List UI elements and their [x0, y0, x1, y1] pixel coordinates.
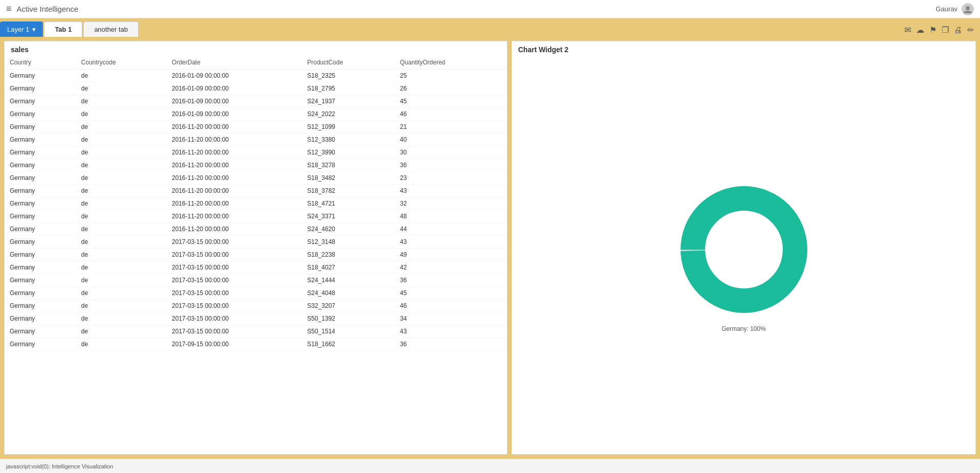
table-cell: de [76, 210, 167, 223]
table-cell: 2016-11-20 00:00:00 [167, 121, 302, 133]
table-cell: 46 [395, 108, 507, 121]
table-body: Germanyde2016-01-09 00:00:00S18_232525Ge… [5, 70, 507, 351]
table-row: Germanyde2016-11-20 00:00:00S24_462044 [5, 223, 507, 236]
table-cell: S18_4721 [302, 197, 395, 210]
table-row: Germanyde2017-03-15 00:00:00S24_144436 [5, 274, 507, 287]
table-row: Germanyde2016-01-09 00:00:00S18_279526 [5, 82, 507, 95]
user-avatar[interactable] [962, 3, 974, 15]
table-cell: Germany [5, 338, 76, 351]
table-cell: S24_4620 [302, 223, 395, 236]
table-row: Germanyde2016-11-20 00:00:00S24_337148 [5, 210, 507, 223]
table-row: Germanyde2016-11-20 00:00:00S18_348223 [5, 172, 507, 185]
table-cell: 25 [395, 70, 507, 82]
table-cell: S24_3371 [302, 210, 395, 223]
col-orderdate: OrderDate [167, 56, 302, 70]
table-cell: 2017-03-15 00:00:00 [167, 287, 302, 300]
table-cell: S24_2022 [302, 108, 395, 121]
table-cell: 2017-09-15 00:00:00 [167, 338, 302, 351]
table-cell: de [76, 108, 167, 121]
table-row: Germanyde2016-11-20 00:00:00S12_399030 [5, 146, 507, 159]
table-row: Germanyde2017-03-15 00:00:00S18_223849 [5, 249, 507, 261]
hamburger-icon[interactable]: ≡ [6, 4, 12, 14]
table-container[interactable]: Country Countrycode OrderDate ProductCod… [5, 56, 507, 454]
donut-chart [672, 178, 815, 321]
copy-icon[interactable]: ❐ [942, 25, 949, 35]
layer-button[interactable]: Layer 1 ▾ [0, 21, 43, 37]
table-cell: Germany [5, 70, 76, 82]
col-country: Country [5, 56, 76, 70]
table-cell: 2016-11-20 00:00:00 [167, 223, 302, 236]
table-cell: S18_3782 [302, 185, 395, 197]
table-cell: S18_2325 [302, 70, 395, 82]
table-widget: sales Country Countrycode OrderDate Prod… [4, 41, 507, 455]
table-cell: de [76, 249, 167, 261]
table-cell: Germany [5, 274, 76, 287]
table-cell: S24_1937 [302, 95, 395, 108]
table-row: Germanyde2017-03-15 00:00:00S12_314843 [5, 236, 507, 249]
table-cell: de [76, 312, 167, 325]
table-cell: de [76, 172, 167, 185]
table-cell: 43 [395, 236, 507, 249]
table-row: Germanyde2016-01-09 00:00:00S24_202246 [5, 108, 507, 121]
table-cell: 2016-11-20 00:00:00 [167, 159, 302, 172]
tab-another-label: another tab [94, 26, 128, 33]
table-cell: S12_3990 [302, 146, 395, 159]
table-cell: de [76, 274, 167, 287]
tab-tab1[interactable]: Tab 1 [44, 21, 82, 37]
table-cell: de [76, 185, 167, 197]
table-cell: S18_3278 [302, 159, 395, 172]
table-cell: 48 [395, 210, 507, 223]
table-cell: 32 [395, 197, 507, 210]
table-cell: 2017-03-15 00:00:00 [167, 261, 302, 274]
table-cell: 34 [395, 312, 507, 325]
tab-bar-icons: ✉ ☁ ⚑ ❐ 🖨 ✏ [904, 25, 980, 37]
status-label: Intelligence Visualization [52, 463, 113, 469]
table-cell: S24_1444 [302, 274, 395, 287]
mail-icon[interactable]: ✉ [904, 25, 911, 35]
svg-point-3 [708, 214, 780, 285]
flag-icon[interactable]: ⚑ [929, 25, 937, 35]
table-cell: 2016-11-20 00:00:00 [167, 185, 302, 197]
table-cell: Germany [5, 236, 76, 249]
table-row: Germanyde2016-11-20 00:00:00S18_472132 [5, 197, 507, 210]
status-bar: javascript:void(0); Intelligence Visuali… [0, 459, 980, 473]
table-cell: 2016-11-20 00:00:00 [167, 210, 302, 223]
table-cell: 2017-03-15 00:00:00 [167, 274, 302, 287]
table-cell: Germany [5, 287, 76, 300]
table-widget-title: sales [5, 41, 507, 56]
table-cell: 2016-11-20 00:00:00 [167, 197, 302, 210]
cloud-icon[interactable]: ☁ [916, 25, 924, 35]
col-countrycode: Countrycode [76, 56, 167, 70]
table-row: Germanyde2016-01-09 00:00:00S18_232525 [5, 70, 507, 82]
tab-another[interactable]: another tab [83, 21, 138, 37]
table-cell: de [76, 121, 167, 133]
tab-bar: Layer 1 ▾ Tab 1 another tab ✉ ☁ ⚑ ❐ 🖨 ✏ [0, 18, 980, 37]
table-row: Germanyde2016-11-20 00:00:00S12_109921 [5, 121, 507, 133]
status-text: javascript:void(0); [6, 463, 50, 469]
table-cell: 36 [395, 159, 507, 172]
table-cell: 43 [395, 325, 507, 338]
table-row: Germanyde2017-09-15 00:00:00S18_166236 [5, 338, 507, 351]
table-cell: de [76, 300, 167, 312]
print-icon[interactable]: 🖨 [954, 26, 962, 35]
table-cell: 2017-03-15 00:00:00 [167, 236, 302, 249]
table-cell: Germany [5, 312, 76, 325]
table-cell: Germany [5, 197, 76, 210]
table-cell: 49 [395, 249, 507, 261]
table-row: Germanyde2016-01-09 00:00:00S24_193745 [5, 95, 507, 108]
table-cell: de [76, 223, 167, 236]
col-quantityordered: QuantityOrdered [395, 56, 507, 70]
table-cell: 2016-11-20 00:00:00 [167, 172, 302, 185]
edit-icon[interactable]: ✏ [967, 25, 974, 35]
table-cell: Germany [5, 185, 76, 197]
table-row: Germanyde2016-11-20 00:00:00S12_338040 [5, 133, 507, 146]
table-cell: S18_2238 [302, 249, 395, 261]
table-cell: 30 [395, 146, 507, 159]
table-cell: de [76, 261, 167, 274]
table-cell: S12_3148 [302, 236, 395, 249]
table-cell: S50_1514 [302, 325, 395, 338]
table-cell: Germany [5, 133, 76, 146]
chevron-down-icon: ▾ [32, 26, 36, 33]
table-cell: S12_1099 [302, 121, 395, 133]
table-cell: 2016-01-09 00:00:00 [167, 82, 302, 95]
